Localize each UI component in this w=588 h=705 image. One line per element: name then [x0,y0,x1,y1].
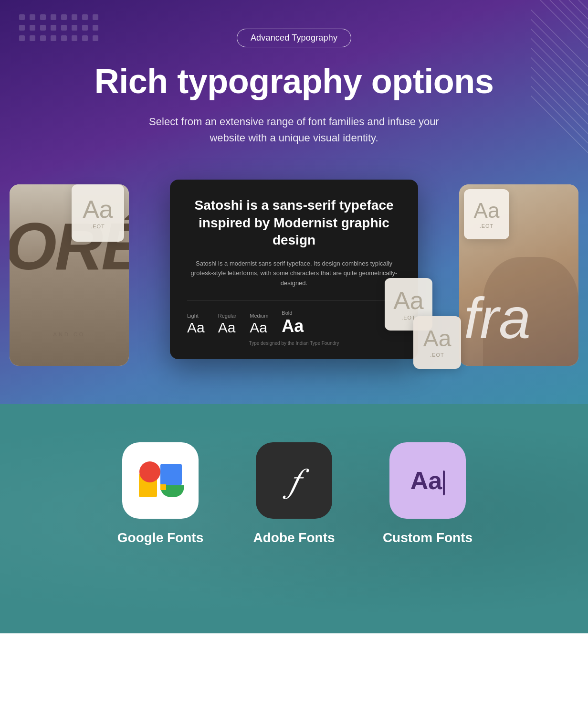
decorative-lines [531,0,588,153]
aa-card-right: Aa .EOT [464,189,509,239]
weight-light-label: Light [187,313,199,319]
svg-line-14 [578,0,588,10]
hero-title: Rich typography options [10,63,578,100]
adobe-fonts-icon: 𝑓 [256,442,332,519]
google-fonts-item: Google Fonts [113,442,208,545]
svg-line-1 [531,19,588,76]
svg-line-11 [550,0,588,38]
aa-card-bottom: Aa .EOT [413,316,461,369]
svg-rect-18 [160,484,166,490]
svg-line-4 [531,48,588,105]
font-card-body: Satoshi is a modernist sans serif typefa… [187,259,401,288]
google-fonts-label: Google Fonts [117,530,203,545]
eot-label: .EOT [91,224,105,229]
weight-light: Light Aa [187,313,205,335]
google-fonts-icon [122,442,199,519]
cursor-bar [443,470,445,495]
section-badge: Advanced Typography [237,29,351,47]
weight-medium-label: Medium [250,313,268,319]
decorative-dots [19,14,100,43]
custom-fonts-label: Custom Fonts [383,530,472,545]
google-fonts-svg [136,461,184,500]
right-font-card: fra Aa .EOT [459,184,578,366]
aa-card-left: Aa .EOT [72,184,124,242]
card-divider [187,300,401,300]
weight-regular-aa: Aa [218,320,236,335]
and-co-text: AND CO [53,331,85,337]
weight-bold-label: Bold [282,310,292,316]
weight-regular-label: Regular [218,313,237,319]
svg-line-7 [531,76,588,134]
svg-line-8 [531,86,588,143]
weight-bold: Bold Aa [282,310,304,335]
weight-row: Light Aa Regular Aa Medium Aa Bold Aa [187,310,401,335]
aa-bottom-display: Aa [423,327,452,350]
font-sources-section: Google Fonts 𝑓 Adobe Fonts Aa Custom Fon… [0,404,588,633]
font-card-title: Satoshi is a sans-serif typeface inspire… [187,197,401,249]
svg-line-3 [531,38,588,96]
svg-line-6 [531,67,588,124]
custom-aa-icon: Aa [410,466,445,495]
main-font-card: Satoshi is a sans-serif typeface inspire… [170,180,418,359]
svg-rect-17 [160,464,182,485]
weight-regular: Regular Aa [218,313,237,335]
aa-center-display: Aa [393,288,424,313]
aa-right-display: Aa [474,200,500,221]
font-cards-area: ORÉ AND CO Aa .EOT Satoshi is a sans-ser… [10,175,578,375]
weight-light-aa: Aa [187,320,205,335]
frag-text: fra [464,289,531,347]
aa-bottom-eot: .EOT [430,352,444,358]
weight-medium-aa: Aa [250,320,267,335]
custom-fonts-icon: Aa [389,442,466,519]
adobe-fonts-item: 𝑓 Adobe Fonts [246,442,342,545]
adobe-f-icon: 𝑓 [289,461,299,501]
svg-line-2 [531,29,588,86]
custom-fonts-item: Aa Custom Fonts [380,442,475,545]
weight-bold-aa: Aa [282,318,304,335]
svg-line-9 [531,96,588,153]
svg-point-16 [139,461,160,482]
weight-medium: Medium Aa [250,313,268,335]
aa-right-eot: .EOT [480,223,494,229]
adobe-fonts-label: Adobe Fonts [253,530,335,545]
svg-line-5 [531,57,588,115]
hero-subtitle: Select from an extensive range of font f… [146,114,442,146]
aa-display: Aa [83,197,113,222]
hero-section: Advanced Typography Rich typography opti… [0,0,588,404]
svg-line-0 [531,10,588,67]
foundry-text: Type designed by the Indian Type Foundry [187,341,401,346]
svg-line-13 [569,0,588,19]
svg-line-10 [540,0,588,48]
